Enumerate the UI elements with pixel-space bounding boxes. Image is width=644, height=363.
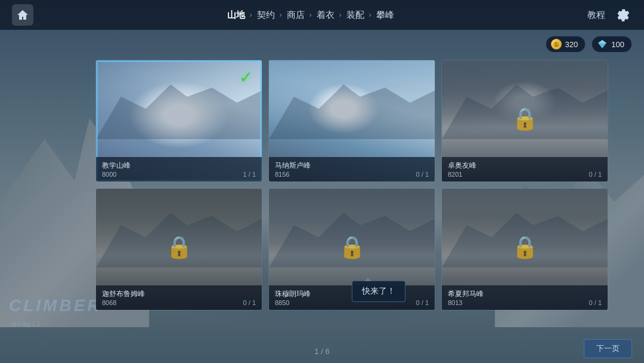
mountain-name-4: 迦舒布鲁姆峰	[102, 289, 145, 299]
mountain-card-1[interactable]: ✓ 教学山峰 8000 1 / 1	[95, 60, 262, 182]
mountain-altitude-3: 8201	[448, 171, 476, 178]
home-icon	[16, 9, 29, 21]
card-info-4: 迦舒布鲁姆峰 8068 0 / 1	[96, 285, 262, 310]
mountain-card-2[interactable]: 马纳斯卢峰 8156 0 / 1	[268, 60, 435, 182]
currency-area: ① 320 100	[546, 36, 632, 53]
pagination: 1 / 6	[314, 347, 329, 356]
mountain-card-4[interactable]: 🔒 迦舒布鲁姆峰 8068 0 / 1	[95, 188, 262, 310]
gem-icon	[597, 39, 608, 50]
nav-breadcrumb: 山地 › 契约 › 商店 › 着衣 › 装配 › 攀峰	[227, 10, 394, 21]
mountain-progress-2: 0 / 1	[416, 171, 429, 178]
card-text-4: 迦舒布鲁姆峰 8068	[102, 289, 145, 306]
tooltip-popup: 快来了！	[352, 281, 405, 302]
mountain-card-6[interactable]: 🔒 希夏邦马峰 8013 0 / 1	[441, 188, 608, 310]
nav-item-contract[interactable]: 契约	[257, 10, 275, 21]
mountain-progress-4: 0 / 1	[243, 299, 256, 306]
card-info-1: 教学山峰 8000 1 / 1	[96, 157, 262, 182]
tutorial-button[interactable]: 教程	[587, 10, 605, 21]
home-button[interactable]	[12, 4, 33, 26]
mountain-altitude-5: 8850	[275, 299, 311, 306]
nav-chevron-4: ›	[339, 11, 342, 19]
mountain-name-3: 卓奥友峰	[448, 161, 476, 171]
nav-chevron-3: ›	[309, 11, 312, 19]
nav-item-mountains[interactable]: 山地	[227, 10, 245, 21]
mountain-grid: ✓ 教学山峰 8000 1 / 1 马纳斯卢峰 8156 0 / 1 🔒 卓奥友…	[95, 60, 608, 310]
settings-button[interactable]	[614, 6, 632, 24]
nav-item-shop[interactable]: 商店	[287, 10, 305, 21]
check-icon-1: ✓	[239, 67, 253, 87]
climber-logo: CLIMBER	[9, 296, 102, 315]
card-text-3: 卓奥友峰 8201	[448, 161, 476, 178]
version-text: pro.lag.1.1	[12, 321, 40, 327]
card-info-6: 希夏邦马峰 8013 0 / 1	[442, 285, 608, 310]
mountain-altitude-4: 8068	[102, 299, 145, 306]
lock-icon-5: 🔒	[339, 234, 366, 259]
gem-badge: 100	[592, 36, 632, 53]
mountain-name-6: 希夏邦马峰	[448, 289, 484, 299]
nav-item-equipment[interactable]: 装配	[346, 10, 364, 21]
card-text-2: 马纳斯卢峰 8156	[275, 161, 311, 178]
mountain-altitude-6: 8013	[448, 299, 484, 306]
mountain-progress-1: 1 / 1	[243, 171, 256, 178]
lock-icon-3: 🔒	[512, 106, 538, 131]
nav-right: 教程	[587, 6, 632, 24]
mountain-progress-3: 0 / 1	[589, 171, 602, 178]
next-page-button[interactable]: 下一页	[584, 339, 632, 358]
card-text-1: 教学山峰 8000	[102, 161, 131, 178]
mountain-altitude-2: 8156	[275, 171, 311, 178]
coin-value: 320	[565, 40, 578, 49]
lock-icon-6: 🔒	[512, 234, 538, 259]
coin-badge: ① 320	[546, 36, 586, 53]
tooltip-text: 快来了！	[362, 286, 395, 296]
nav-item-climb[interactable]: 攀峰	[376, 10, 394, 21]
settings-icon	[616, 8, 630, 22]
nav-item-clothing[interactable]: 着衣	[317, 10, 335, 21]
card-text-6: 希夏邦马峰 8013	[448, 289, 484, 306]
card-info-3: 卓奥友峰 8201 0 / 1	[442, 157, 608, 182]
mountain-progress-6: 0 / 1	[589, 299, 602, 306]
nav-chevron-5: ›	[369, 11, 371, 19]
svg-marker-1	[598, 40, 606, 44]
mountain-card-3[interactable]: 🔒 卓奥友峰 8201 0 / 1	[441, 60, 608, 182]
mountain-progress-5: 0 / 1	[416, 299, 429, 306]
mountain-altitude-1: 8000	[102, 171, 131, 178]
coin-icon: ①	[551, 39, 562, 50]
mountain-name-1: 教学山峰	[102, 161, 131, 171]
card-text-5: 珠穆朗玛峰 8850	[275, 289, 311, 306]
mountain-name-2: 马纳斯卢峰	[275, 161, 311, 171]
nav-chevron-2: ›	[280, 11, 282, 19]
gem-value: 100	[611, 40, 624, 49]
nav-chevron-1: ›	[250, 11, 252, 19]
lock-icon-4: 🔒	[166, 234, 193, 259]
diamond-icon	[597, 40, 607, 48]
topbar: 山地 › 契约 › 商店 › 着衣 › 装配 › 攀峰 教程	[0, 0, 644, 30]
card-info-2: 马纳斯卢峰 8156 0 / 1	[269, 157, 435, 182]
mountain-name-5: 珠穆朗玛峰	[275, 289, 311, 299]
